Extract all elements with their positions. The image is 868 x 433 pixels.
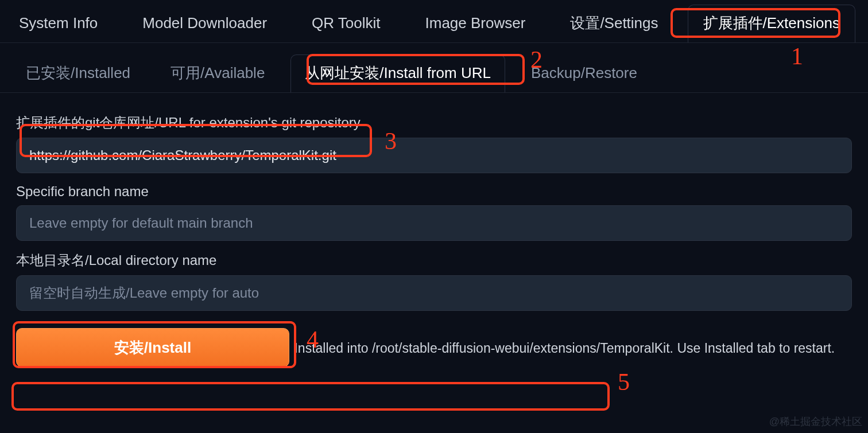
annotation-box-5	[11, 382, 610, 411]
tab-qr-toolkit[interactable]: QR Toolkit	[296, 6, 396, 41]
subtab-available[interactable]: 可用/Available	[156, 54, 279, 92]
localdir-input[interactable]	[16, 275, 852, 311]
subtab-backup-restore[interactable]: Backup/Restore	[517, 56, 652, 91]
annotation-number-5: 5	[618, 368, 630, 396]
install-button[interactable]: 安装/Install	[16, 328, 289, 367]
install-status-message: Installed into /root/stable-diffusion-we…	[292, 337, 837, 360]
localdir-label: 本地目录名/Local directory name	[16, 251, 852, 270]
tab-settings[interactable]: 设置/Settings	[555, 5, 673, 42]
subtab-installed[interactable]: 已安装/Installed	[11, 54, 145, 92]
tab-extensions[interactable]: 扩展插件/Extensions	[688, 5, 855, 42]
tab-image-browser[interactable]: Image Browser	[410, 6, 541, 41]
watermark: @稀土掘金技术社区	[769, 415, 862, 428]
branch-input[interactable]	[16, 205, 852, 241]
repo-url-label: 扩展插件的git仓库网址/URL for extension's git rep…	[16, 114, 852, 132]
subtab-install-from-url[interactable]: 从网址安装/Install from URL	[290, 54, 505, 92]
tab-model-downloader[interactable]: Model Downloader	[127, 6, 282, 41]
install-from-url-form: 扩展插件的git仓库网址/URL for extension's git rep…	[0, 93, 868, 367]
repo-url-input[interactable]	[16, 138, 852, 173]
sub-tab-row: 已安装/Installed 可用/Available 从网址安装/Install…	[0, 43, 868, 93]
top-tab-row: System Info Model Downloader QR Toolkit …	[0, 0, 868, 43]
branch-label: Specific branch name	[16, 184, 852, 200]
tab-system-info[interactable]: System Info	[3, 6, 113, 41]
